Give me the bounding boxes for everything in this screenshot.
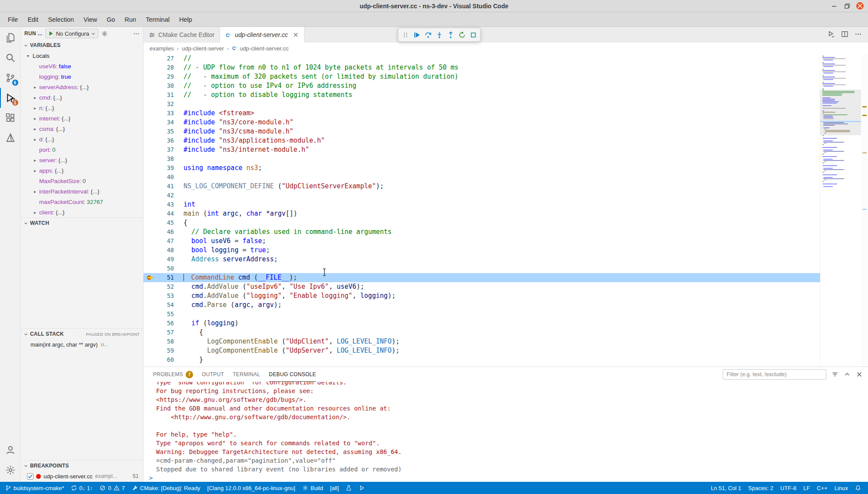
close-button[interactable]: [856, 2, 864, 10]
breakpoint-margin[interactable]: [144, 364, 157, 367]
code-line[interactable]: 61: [144, 364, 820, 367]
breakpoint-margin[interactable]: [144, 136, 157, 145]
code-line[interactable]: 53 cmd.AddValue ("logging", "Enable logg…: [144, 291, 820, 300]
gutter[interactable]: 61: [144, 364, 174, 367]
status-language-mode[interactable]: C++: [813, 482, 831, 494]
breakpoint-margin[interactable]: [144, 127, 157, 136]
breakpoint-margin[interactable]: [144, 246, 157, 255]
breakpoint-margin[interactable]: [144, 355, 157, 364]
drag-handle-button[interactable]: [400, 29, 411, 40]
gutter[interactable]: 45: [144, 218, 174, 227]
gutter[interactable]: 46: [144, 227, 174, 237]
code-line[interactable]: 47 bool useV6 = false;: [144, 237, 820, 246]
variable-row-n[interactable]: ▸n: {...}: [21, 103, 143, 113]
status-cmake-kit[interactable]: [Clang 12.0.0 x86_64-pc-linux-gnu]: [204, 482, 299, 494]
console-filter-input[interactable]: [723, 369, 826, 380]
status-cmake-target[interactable]: [all]: [327, 482, 342, 494]
code-line[interactable]: 58 LogComponentEnable ("UdpClient", LOG_…: [144, 337, 820, 346]
menu-view[interactable]: View: [79, 14, 101, 25]
more-actions-icon[interactable]: [133, 30, 140, 37]
breakpoints-pane-header[interactable]: BREAKPOINTS: [21, 461, 143, 471]
minimap[interactable]: [820, 54, 861, 367]
panel-tab-terminal[interactable]: TERMINAL: [233, 367, 260, 382]
code-line[interactable]: 39using namespace ns3;: [144, 164, 820, 173]
code-line[interactable]: 49 Address serverAddress;: [144, 255, 820, 264]
gutter[interactable]: 37: [144, 145, 174, 154]
gutter[interactable]: 41: [144, 182, 174, 191]
status-problems[interactable]: 07: [96, 482, 128, 494]
gutter[interactable]: 57: [144, 328, 174, 337]
step-over-button[interactable]: [423, 29, 433, 40]
menu-selection[interactable]: Selection: [43, 14, 78, 25]
gutter[interactable]: 32: [144, 100, 174, 109]
breakpoint-margin[interactable]: [144, 100, 157, 109]
activity-cmake[interactable]: [0, 128, 21, 148]
breakpoint-margin[interactable]: [144, 173, 157, 182]
code-line[interactable]: 56 if (logging): [144, 319, 820, 328]
minimize-button[interactable]: [830, 2, 838, 10]
activity-source-control[interactable]: 6: [0, 68, 21, 88]
variable-row-apps[interactable]: ▸apps: {...}: [21, 165, 143, 176]
status-cmake-launch[interactable]: [355, 482, 368, 494]
variable-row-maxpacketcount[interactable]: maxPacketCount: 32767: [21, 197, 143, 207]
gutter[interactable]: 55: [144, 310, 174, 319]
activity-run-and-debug[interactable]: 1: [0, 88, 21, 108]
gutter[interactable]: 38: [144, 154, 174, 164]
breakpoint-margin[interactable]: [144, 273, 157, 282]
breakpoint-margin[interactable]: [144, 54, 157, 63]
tab-cmake-cache-editor[interactable]: CMake Cache Editor: [144, 27, 220, 43]
code-line[interactable]: 28// - UDP flow from n0 to n1 of 1024 by…: [144, 63, 820, 72]
variable-row-serveraddress[interactable]: ▸serverAddress: {...}: [21, 82, 143, 92]
code-line[interactable]: 37#include "ns3/internet-module.h": [144, 145, 820, 154]
call-stack-frame[interactable]: main(int argc, char ** argv) u...: [21, 339, 143, 350]
continue-button[interactable]: [411, 29, 422, 40]
filter-lines-icon[interactable]: [831, 371, 838, 378]
status-cmake-test[interactable]: [342, 482, 355, 494]
status-indentation[interactable]: Spaces: 2: [745, 482, 777, 494]
menu-go[interactable]: Go: [102, 14, 119, 25]
gutter[interactable]: 47: [144, 237, 174, 246]
status-git-branch[interactable]: buildsystem-cmake*: [2, 482, 67, 494]
console-input[interactable]: >: [149, 474, 868, 482]
breakpoint-margin[interactable]: [144, 118, 157, 127]
gutter[interactable]: 42: [144, 191, 174, 200]
code-line[interactable]: 34#include "ns3/core-module.h": [144, 118, 820, 127]
status-encoding[interactable]: UTF-8: [777, 482, 800, 494]
gutter[interactable]: 40: [144, 173, 174, 182]
gutter[interactable]: 35: [144, 127, 174, 136]
code-line[interactable]: 45{: [144, 218, 820, 227]
variables-scope-locals[interactable]: ▾Locals: [21, 50, 143, 61]
code-line[interactable]: 54 cmd.Parse (argc, argv);: [144, 300, 820, 310]
status-cursor-position[interactable]: Ln 51, Col 1: [707, 482, 744, 494]
gutter[interactable]: 36: [144, 136, 174, 145]
restart-button[interactable]: [457, 29, 467, 40]
gutter[interactable]: 56: [144, 319, 174, 328]
step-into-button[interactable]: [434, 29, 444, 40]
breakpoint-margin[interactable]: [144, 237, 157, 246]
breakpoint-margin[interactable]: [144, 109, 157, 118]
breadcrumb-item-udp-client-server-cc[interactable]: C+udp-client-server.cc: [232, 45, 289, 52]
gutter[interactable]: 30: [144, 81, 174, 90]
restore-button[interactable]: [843, 2, 851, 10]
menu-run[interactable]: Run: [120, 14, 141, 25]
variable-row-usev6[interactable]: useV6: false: [21, 61, 143, 71]
status-cmake-status[interactable]: CMake: [Debug]: Ready: [128, 482, 204, 494]
variable-row-server[interactable]: ▸server: {...}: [21, 155, 143, 165]
code-line[interactable]: 46 // Declare variables used in command-…: [144, 227, 820, 237]
call-stack-pane-header[interactable]: CALL STACK PAUSED ON BREAKPOINT: [21, 329, 143, 339]
menu-help[interactable]: Help: [175, 14, 197, 25]
breakpoint-margin[interactable]: [144, 63, 157, 72]
breakpoint-margin[interactable]: [144, 300, 157, 310]
breakpoint-margin[interactable]: [144, 337, 157, 346]
code-line[interactable]: 27//: [144, 54, 820, 63]
more-actions-button[interactable]: [855, 30, 862, 39]
gutter[interactable]: 29: [144, 72, 174, 81]
variable-row-maxpacketsize[interactable]: MaxPacketSize: 0: [21, 176, 143, 186]
gutter[interactable]: 43: [144, 200, 174, 209]
watch-pane-header[interactable]: WATCH: [21, 218, 143, 228]
breadcrumb-item-examples[interactable]: examples: [150, 45, 174, 52]
start-debugging-icon[interactable]: [48, 30, 54, 37]
breakpoint-margin[interactable]: [144, 218, 157, 227]
panel-tab-debug-console[interactable]: DEBUG CONSOLE: [269, 367, 316, 382]
code-line[interactable]: 38: [144, 154, 820, 164]
